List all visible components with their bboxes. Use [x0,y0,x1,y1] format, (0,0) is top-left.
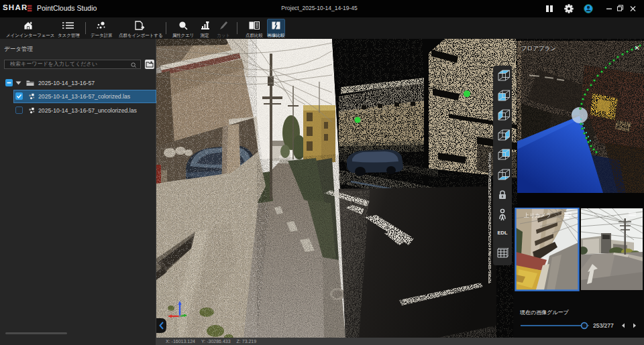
svg-text:上りカメラ: 上りカメラ [523,212,551,218]
svg-text:上りカメラ: 上りカメラ [590,212,619,218]
